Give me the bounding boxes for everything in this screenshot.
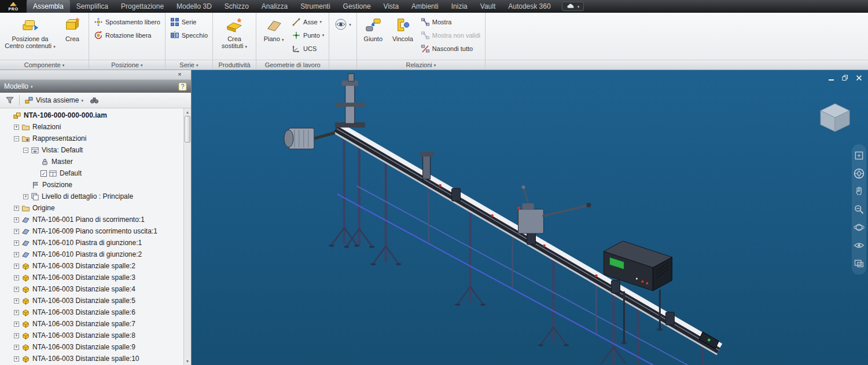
tab-gestione[interactable]: Gestione	[337, 0, 377, 13]
expand-icon[interactable]: +	[14, 252, 19, 257]
fit-tool-button[interactable]	[853, 149, 865, 162]
ucs-button[interactable]: UCS	[290, 43, 326, 54]
tab-progettazione[interactable]: Progettazione	[115, 0, 170, 13]
tree-item[interactable]: +NTA-106-003 Distanziale spalle:5	[2, 295, 182, 306]
free-move-button[interactable]: Spostamento libero	[92, 16, 162, 27]
zoom-tool-button[interactable]	[853, 203, 865, 216]
tree-item[interactable]: +Livello di dettaglio : Principale	[2, 191, 182, 202]
close-button[interactable]	[856, 75, 862, 81]
group-label-posizione[interactable]: Posizione▾	[89, 60, 165, 70]
tree-item[interactable]: +NTA-106-003 Distanziale spalle:9	[2, 341, 182, 353]
expand-icon[interactable]: +	[14, 206, 19, 211]
visibility-dropdown-button[interactable]: ▾	[332, 14, 354, 34]
expand-icon[interactable]: +	[14, 287, 19, 292]
tab-semplifica[interactable]: Semplifica	[70, 0, 115, 13]
checkbox[interactable]: ✓	[41, 170, 47, 177]
scroll-down-button[interactable]: ▼	[184, 357, 191, 365]
browser-title-bar[interactable]: Modello ▾ ?	[0, 80, 191, 93]
tab-autodesk-360[interactable]: Autodesk 360	[502, 0, 557, 13]
restore-button[interactable]	[842, 75, 848, 81]
tree-item[interactable]: +NTA-106-003 Distanziale spalle:6	[2, 306, 182, 318]
viewport-3d[interactable]	[192, 70, 868, 365]
autodesk360-cloud-button[interactable]: ▾	[562, 2, 584, 11]
viewcube[interactable]	[816, 98, 854, 136]
tab-vault[interactable]: Vault	[474, 0, 502, 13]
tree-item[interactable]: +NTA-106-003 Distanziale spalle:10	[2, 353, 182, 364]
tree-item[interactable]: +NTA-106-001 Piano di scorrimento:1	[2, 214, 182, 225]
wheel-tool-button[interactable]	[853, 167, 865, 180]
tree-item[interactable]: +NTA-106-009 Piano scorrimento uscita:1	[2, 225, 182, 237]
pattern-button[interactable]: Serie	[168, 16, 209, 27]
expand-icon[interactable]: +	[14, 322, 19, 327]
tree-item[interactable]: +NTA-106-003 Distanziale spalle:3	[2, 272, 182, 283]
collapse-icon[interactable]: −	[23, 148, 28, 153]
expand-icon[interactable]: +	[14, 125, 19, 130]
collapse-icon[interactable]: −	[14, 136, 19, 141]
tree-item[interactable]: +NTA-106-003 Distanziale spalle:2	[2, 260, 182, 272]
group-label-relazioni[interactable]: Relazioni▾	[357, 60, 485, 70]
tree-item[interactable]: ✓Default	[2, 167, 182, 179]
tab-vista[interactable]: Vista	[377, 0, 405, 13]
filter-button[interactable]	[3, 94, 16, 106]
expand-icon[interactable]: +	[14, 275, 19, 280]
group-label-serie[interactable]: Serie▾	[165, 60, 212, 70]
tab-assembla[interactable]: Assembla	[27, 0, 70, 13]
help-icon[interactable]: ?	[178, 82, 187, 91]
tree-item[interactable]: +NTA-106-003 Distanziale spalle:8	[2, 330, 182, 341]
expand-icon[interactable]: +	[14, 356, 19, 362]
scroll-track[interactable]	[184, 143, 191, 357]
expand-icon[interactable]: +	[14, 310, 19, 315]
find-button[interactable]	[88, 94, 101, 106]
model-3d-view[interactable]	[192, 70, 868, 365]
expand-icon[interactable]: +	[14, 264, 19, 269]
tree-item[interactable]: Posizione	[2, 179, 182, 191]
tree-item[interactable]: +NTA-106-003 Distanziale spalle:4	[2, 283, 182, 295]
orbit-tool-button[interactable]	[853, 221, 865, 233]
tree-item[interactable]: NTA-106-000-000-000.iam	[2, 110, 182, 121]
work-plane-button[interactable]: Piano ▾	[259, 14, 288, 42]
constrain-button[interactable]: Vincola	[388, 14, 417, 42]
shrinkwrap-button[interactable]: Crea sostituti ▾	[216, 14, 253, 49]
tree-item[interactable]: +NTA-106-010 Piastra di giunzione:1	[2, 237, 182, 249]
work-axis-button[interactable]: Asse ▾	[290, 16, 326, 27]
scroll-up-button[interactable]: ▲	[184, 108, 191, 116]
tree-item[interactable]: −Vista: Default	[2, 144, 182, 156]
show-relations-button[interactable]: Mostra	[419, 16, 482, 27]
tree-item[interactable]: Master	[2, 156, 182, 167]
view-selector[interactable]: Vista assieme ▾	[23, 94, 85, 106]
expand-icon[interactable]: +	[14, 240, 19, 246]
tree-item[interactable]: +NTA-106-010 Piastra di giunzione:2	[2, 249, 182, 260]
group-label-produttivita[interactable]: Produttività	[213, 60, 256, 70]
tree-item[interactable]: +Origine	[2, 202, 182, 214]
expand-icon[interactable]: +	[14, 217, 19, 222]
group-label-componente[interactable]: Componente▾	[0, 60, 89, 70]
expand-icon[interactable]: +	[14, 333, 19, 338]
tree-scrollbar[interactable]: ▲▼	[183, 108, 191, 365]
pan-tool-button[interactable]	[853, 185, 865, 198]
joint-button[interactable]: Giunto	[360, 14, 387, 42]
group-label-geometrie[interactable]: Geometrie di lavoro	[256, 60, 329, 70]
hide-all-relations-button[interactable]: Nascondi tutto	[419, 43, 482, 54]
mirror-button[interactable]: Specchio	[168, 30, 209, 41]
scroll-thumb[interactable]	[185, 116, 190, 143]
tab-modello-3d[interactable]: Modello 3D	[170, 0, 218, 13]
create-component-button[interactable]: Crea	[59, 14, 86, 42]
look-tool-button[interactable]	[853, 239, 865, 251]
expand-icon[interactable]: +	[14, 298, 19, 304]
expand-icon[interactable]: +	[14, 229, 19, 234]
free-rotate-button[interactable]: Rotazione libera	[92, 30, 162, 41]
tree-item[interactable]: +Relazioni	[2, 121, 182, 133]
frame-tool-button[interactable]	[853, 257, 865, 269]
tab-schizzo[interactable]: Schizzo	[218, 0, 255, 13]
tree-item[interactable]: +NTA-106-003 Distanziale spalle:7	[2, 318, 182, 330]
close-panel-button[interactable]: ×	[175, 71, 184, 78]
tree-item[interactable]: −Rappresentazioni	[2, 133, 182, 144]
expand-icon[interactable]: +	[23, 194, 28, 199]
work-point-button[interactable]: Punto ▾	[290, 30, 326, 41]
tab-analizza[interactable]: Analizza	[255, 0, 294, 13]
expand-icon[interactable]: +	[14, 345, 19, 350]
minimize-button[interactable]	[828, 75, 834, 81]
tab-strumenti[interactable]: Strumenti	[294, 0, 336, 13]
tab-inizia[interactable]: Inizia	[445, 0, 474, 13]
place-from-content-button[interactable]: Posizione da Centro contenuti ▾	[3, 14, 57, 49]
